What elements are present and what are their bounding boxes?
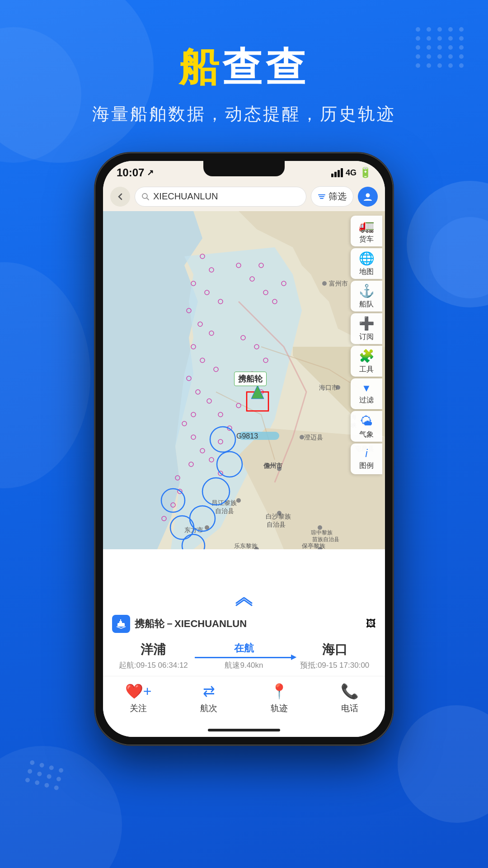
header: 船查查 海量船舶数据，动态提醒，历史轨迹 [0,0,488,126]
bottom-tabs: ❤️+ 关注 ⇄ 航次 📍 轨迹 📞 电话 [103,676,385,723]
legend-label: 图例 [359,461,374,471]
svg-text:富州市: 富州市 [329,280,348,287]
track-icon: 📍 [270,683,288,700]
phone-icon: 📞 [341,683,359,700]
home-bar-line [208,729,280,731]
right-tools-panel: 🚛 货车 🌐 地图 ⚓ 船队 ➕ 订阅 [351,216,385,474]
phone-label: 电话 [341,703,358,714]
map-area[interactable]: G9813 富州市 海口市 澄迈县 儋州市 昌江黎族 [103,211,385,549]
ship-badge-icon [116,618,127,629]
user-button[interactable] [358,187,378,207]
ship-image-icon[interactable]: 🖼 [366,618,376,630]
route-container: 洋浦 起航:09-15 06:34:12 在航 航速9.40kn 海口 预抵:0… [103,637,385,676]
battery-icon: 🔋 [359,167,371,179]
ship-icon-badge [112,615,130,633]
dest-port-detail: 预抵:09-15 17:30:00 [294,660,376,670]
ship-info-row: 携船轮－XIECHUANLUN 🖼 [103,615,385,637]
ship-map-label: 携船轮 [234,372,267,386]
search-bar: XIECHUANLUN 筛选 [103,182,385,211]
status-time: 10:07 ↗ [117,166,154,179]
svg-point-13 [300,435,304,439]
svg-point-17 [236,498,241,503]
user-icon [363,192,373,202]
svg-text:琼中黎族: 琼中黎族 [311,529,333,536]
svg-text:海口市: 海口市 [319,384,338,391]
legend-icon: i [365,447,367,460]
svg-text:G9813: G9813 [236,432,258,440]
phone-mockup: 10:07 ↗ 4G 🔋 [0,153,488,745]
svg-text:儋州市: 儋州市 [263,462,283,469]
search-icon [141,193,150,201]
back-button[interactable] [110,187,130,207]
tools-label: 工具 [359,365,374,374]
svg-text:自治县: 自治县 [267,521,286,528]
chevron-up-icon [103,596,385,611]
svg-text:白沙黎族: 白沙黎族 [266,513,291,520]
tab-phone[interactable]: 📞 电话 [314,683,385,714]
svg-point-5 [366,193,370,197]
tool-weather[interactable]: 🌤 气象 [351,411,382,442]
svg-rect-84 [117,623,125,627]
track-label: 轨迹 [271,703,288,714]
home-bar [103,723,385,737]
tool-tools[interactable]: 🧩 工具 [351,346,382,377]
bg-decoration-6 [0,746,122,868]
subscribe-icon: ➕ [359,316,375,331]
bottom-panel: 携船轮－XIECHUANLUN 🖼 洋浦 起航:09-15 06:34:12 在… [103,590,385,737]
phone-notch [203,161,285,176]
filter-tool-label: 过滤 [359,396,374,405]
tool-fleet[interactable]: ⚓ 船队 [351,281,382,311]
filter-tool-icon: ▼ [361,382,371,394]
follow-label: 关注 [130,703,147,714]
weather-icon: 🌤 [360,414,373,429]
origin-port: 洋浦 起航:09-15 06:34:12 [112,641,195,670]
filter-label: 筛选 [328,190,347,203]
voyage-icon: ⇄ [203,683,215,700]
title-highlight: 船 [179,45,222,90]
origin-port-name: 洋浦 [112,641,195,658]
tool-map[interactable]: 🌐 地图 [351,248,382,279]
signal-bars [331,168,343,177]
map-label: 地图 [359,267,374,277]
origin-port-detail: 起航:09-15 06:34:12 [112,660,195,670]
fleet-icon: ⚓ [359,283,375,298]
filter-button[interactable]: 筛选 [311,186,353,207]
weather-label: 气象 [359,430,374,439]
filter-icon [318,193,326,201]
dest-port: 海口 预抵:09-15 17:30:00 [294,641,376,670]
truck-label: 货车 [359,235,374,244]
svg-text:澄迈县: 澄迈县 [304,434,323,441]
tool-legend[interactable]: i 图例 [351,443,382,474]
location-icon: ↗ [147,168,154,178]
network-label: 4G [346,168,357,178]
svg-line-1 [147,198,149,200]
svg-text:保亭黎族: 保亭黎族 [302,542,325,549]
route-arrow [195,657,294,658]
status-icons: 4G 🔋 [331,167,371,179]
search-query: XIECHUANLUN [153,191,300,202]
tools-icon: 🧩 [359,349,375,363]
svg-text:苗族自治县: 苗族自治县 [312,536,339,542]
route-speed: 航速9.40kn [225,660,263,670]
route-middle: 在航 航速9.40kn [195,642,294,670]
truck-icon: 🚛 [359,218,375,233]
phone-inner: 10:07 ↗ 4G 🔋 [103,161,385,737]
svg-rect-86 [120,619,121,622]
title-rest: 查查 [222,45,309,90]
app-subtitle: 海量船舶数据，动态提醒，历史轨迹 [0,103,488,126]
tab-track[interactable]: 📍 轨迹 [244,683,314,714]
phone-outer: 10:07 ↗ 4G 🔋 [95,153,393,745]
svg-point-9 [322,281,327,286]
tab-voyage[interactable]: ⇄ 航次 [174,683,244,714]
ship-name: 携船轮－XIECHUANLUN [135,617,361,631]
map-icon: 🌐 [359,251,375,266]
voyage-label: 航次 [200,703,217,714]
svg-text:自治县: 自治县 [215,507,234,514]
tool-filter[interactable]: ▼ 过滤 [351,378,382,409]
tool-subscribe[interactable]: ➕ 订阅 [351,313,382,344]
tab-follow[interactable]: ❤️+ 关注 [103,683,174,714]
search-input-box[interactable]: XIECHUANLUN [135,187,306,207]
follow-icon: ❤️+ [125,683,152,700]
app-title: 船查查 [0,41,488,94]
tool-truck[interactable]: 🚛 货车 [351,216,382,246]
